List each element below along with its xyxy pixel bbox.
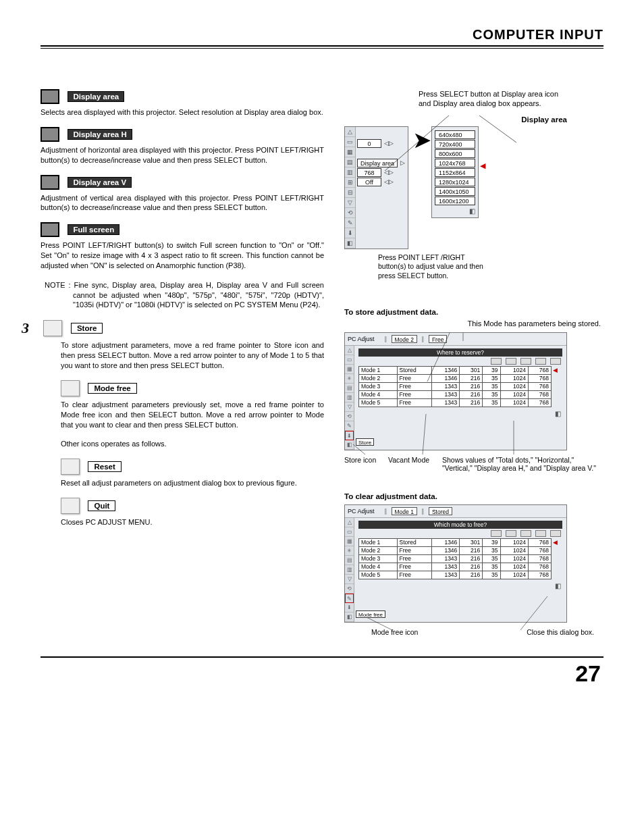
sb-icon[interactable]: △ <box>345 518 354 527</box>
section-reset: Reset <box>61 459 324 475</box>
table-row[interactable]: Mode 2Free1346216351024768 <box>359 546 562 554</box>
right-column: Press SELECT button at Display area icon… <box>344 89 601 636</box>
mode-free-label: Mode free <box>88 383 136 394</box>
step-3-row: 3 Store <box>22 319 324 337</box>
lr-arrow-icon[interactable]: ◁▷ <box>383 140 395 147</box>
sidebar-down-icon[interactable]: ▽ <box>345 198 355 208</box>
section-mode-free: Mode free <box>61 380 324 396</box>
sidebar-up-icon[interactable]: △ <box>345 127 355 137</box>
divider-icon-2: ‖ <box>421 336 425 342</box>
table-row[interactable]: Mode 5Free1343216351024768 <box>359 398 562 407</box>
col-icon <box>535 530 546 537</box>
sb-icon[interactable]: ▦ <box>345 365 354 374</box>
callout-store-icon: Store icon <box>344 456 381 472</box>
sb-store-icon[interactable]: ⬇ <box>345 603 354 613</box>
sb-icon[interactable]: ▥ <box>345 565 354 575</box>
sb-store-icon[interactable]: ⬇ <box>345 431 354 440</box>
table-row[interactable]: Mode 4Free1343216351024768 <box>359 563 562 571</box>
value-display-area[interactable]: Display area <box>357 159 398 167</box>
resolution-option[interactable]: 1024x768 <box>435 159 475 167</box>
clear-sidebar: △ ▭ ▦ ✳ ▤ ▥ ▽ ⟲ ✎ ⬇ ◧ <box>345 518 354 622</box>
sb-icon[interactable]: ▽ <box>345 402 354 412</box>
sb-icon[interactable]: ✳ <box>345 546 354 556</box>
sb-icon[interactable]: ✳ <box>345 374 354 384</box>
clear-dialog: PC Adjust ‖ Mode 1 ‖ Stored △ ▭ ▦ ✳ ▤ <box>344 504 567 623</box>
resolution-option[interactable]: 800x600 <box>435 149 475 158</box>
resolution-option[interactable]: 1152x864 <box>435 168 475 177</box>
lr-arrow-icon-3[interactable]: ◁▷ <box>383 178 395 185</box>
red-pointer-icon: ◀ <box>551 366 562 374</box>
sidebar-quit-icon[interactable]: ◧ <box>345 238 355 249</box>
sidebar-icon-4[interactable]: ▥ <box>345 167 355 178</box>
resolution-option[interactable]: 1280x1024 <box>435 178 475 186</box>
sb-icon[interactable]: ▤ <box>345 384 354 393</box>
table-row[interactable]: Mode 5Free1343216351024768 <box>359 571 562 579</box>
store-close-icon[interactable]: ◧ <box>358 407 562 417</box>
store-icon <box>43 320 62 336</box>
table-row[interactable]: Mode 1Stored1346301391024768◀ <box>359 538 562 546</box>
sb-icon[interactable]: ▭ <box>345 527 354 537</box>
sidebar-icon-3[interactable]: ▤ <box>345 157 355 167</box>
divider-icon: ‖ <box>421 508 425 515</box>
quit-icon <box>61 498 80 514</box>
table-row[interactable]: Mode 1Stored1346301391024768◀ <box>359 366 562 374</box>
display-area-h-icon <box>41 127 59 142</box>
sidebar-reset-icon[interactable]: ⟲ <box>345 208 355 218</box>
clear-banner: Which mode to free? <box>358 521 562 529</box>
store-section-title: To store adjustment data. <box>344 308 601 316</box>
sidebar-icon-2[interactable]: ▦ <box>345 147 355 157</box>
table-row[interactable]: Mode 2Free1346216351024768 <box>359 374 562 382</box>
resolution-option[interactable]: 1600x1200 <box>435 197 475 205</box>
clear-close-icon[interactable]: ◧ <box>358 579 562 590</box>
section-display-area: Display area Selects area displayed with… <box>41 89 324 118</box>
quit-text: Closes PC ADJUST MENU. <box>61 517 324 527</box>
sidebar-store-icon[interactable]: ⬇ <box>345 228 355 238</box>
reset-icon <box>61 459 80 475</box>
store-banner: Where to reserve? <box>358 348 562 357</box>
display-area-h-label: Display area H <box>68 129 132 140</box>
section-display-area-v: Display area V Adjustment of vertical ar… <box>41 175 324 213</box>
resolution-option[interactable]: 720x400 <box>435 140 475 149</box>
mode-free-icon <box>61 380 80 396</box>
left-column: Display area Selects area displayed with… <box>41 89 324 636</box>
header-status: Free <box>429 335 447 343</box>
sb-quit-icon[interactable]: ◧ <box>345 613 354 622</box>
close-icon[interactable]: ◧ <box>435 206 475 215</box>
store-subtitle: This Mode has parameters being stored. <box>344 319 601 328</box>
sb-icon[interactable]: ✎ <box>345 421 354 431</box>
col-icon <box>520 358 531 365</box>
resolution-option[interactable]: 640x480 <box>435 130 475 139</box>
store-tag: Store <box>356 438 374 446</box>
sb-quit-icon[interactable]: ◧ <box>345 440 354 450</box>
sb-icon[interactable]: ⟲ <box>345 584 354 594</box>
sb-icon[interactable]: ▥ <box>345 393 354 402</box>
step-number-3: 3 <box>22 319 38 337</box>
sidebar-icon[interactable]: ▭ <box>345 137 355 147</box>
value-768: 768 <box>357 168 381 177</box>
sb-free-icon[interactable]: ✎ <box>345 594 354 603</box>
sidebar-icon-5[interactable]: ⊞ <box>345 178 355 188</box>
other-icons-text: Other icons operates as follows. <box>61 439 324 449</box>
col-icon <box>535 358 546 365</box>
callout-close-dialog: Close this dialog box. <box>527 628 594 636</box>
sb-icon[interactable]: ⟲ <box>345 412 354 421</box>
reset-text: Reset all adjust parameters on adjustmen… <box>61 478 324 488</box>
pc-adjust-label: PC Adjust <box>348 336 380 342</box>
resolution-option[interactable]: 1400x1050 <box>435 187 475 196</box>
lr-arrow-icon-2[interactable]: ◁▷ <box>383 169 395 176</box>
sb-icon[interactable]: ▭ <box>345 355 354 365</box>
col-icon <box>550 530 561 537</box>
sidebar-free-icon[interactable]: ✎ <box>345 218 355 228</box>
table-row[interactable]: Mode 3Free1343216351024768 <box>359 382 562 390</box>
value-off: Off <box>357 178 381 186</box>
sb-icon[interactable]: ▦ <box>345 537 354 546</box>
sb-icon[interactable]: ▤ <box>345 556 354 565</box>
sb-icon[interactable]: △ <box>345 346 354 355</box>
table-row[interactable]: Mode 4Free1343216351024768 <box>359 390 562 398</box>
table-row[interactable]: Mode 3Free1343216351024768 <box>359 554 562 563</box>
sb-icon[interactable]: ▽ <box>345 575 354 584</box>
callout-mode-free-icon: Mode free icon <box>371 628 418 636</box>
display-area-icon <box>41 89 59 104</box>
enter-arrow-icon[interactable]: ▷ <box>399 159 406 166</box>
sidebar-icon-6[interactable]: ⊟ <box>345 188 355 198</box>
